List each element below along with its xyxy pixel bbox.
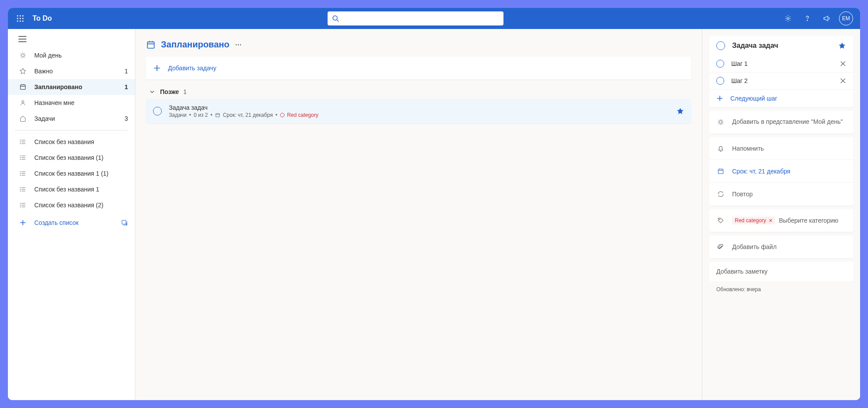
step-label: Шаг 2	[731, 77, 840, 84]
tag-icon	[716, 217, 725, 224]
sidebar-list-item[interactable]: Список без названия 1	[8, 181, 135, 197]
sidebar-list-item[interactable]: Список без названия (2)	[8, 197, 135, 213]
category-chip[interactable]: Red category ✕	[732, 217, 775, 224]
add-to-my-day-button[interactable]: Добавить в представление "Мой день"	[709, 111, 853, 134]
megaphone-icon	[823, 14, 831, 22]
repeat-label: Повтор	[732, 191, 753, 198]
sidebar-item-count: 1	[124, 83, 128, 90]
sidebar-toggle[interactable]	[8, 36, 135, 47]
svg-point-44	[20, 189, 21, 190]
pick-category-button[interactable]: Red category ✕ Выберите категорию	[709, 209, 853, 232]
sidebar-item-my-day[interactable]: Мой день	[8, 47, 135, 63]
svg-point-49	[20, 203, 21, 204]
svg-rect-66	[216, 113, 219, 117]
step-checkbox[interactable]	[716, 77, 724, 85]
my-day-label: Добавить в представление "Мой день"	[732, 118, 843, 126]
megaphone-button[interactable]	[818, 10, 835, 27]
help-icon	[803, 14, 811, 22]
list-icon	[18, 153, 27, 162]
add-file-button[interactable]: Добавить файл	[709, 235, 853, 258]
svg-rect-17	[20, 85, 25, 89]
app-launcher-button[interactable]	[11, 10, 29, 27]
step-row[interactable]: Шаг 2	[709, 72, 853, 90]
sidebar-list-item[interactable]: Список без названия	[8, 134, 135, 150]
task-title: Задача задач	[169, 104, 676, 111]
close-icon	[840, 78, 846, 84]
sidebar-item-label: Задачи	[34, 115, 124, 122]
delete-step-button[interactable]	[840, 61, 846, 67]
svg-point-11	[787, 18, 789, 20]
svg-point-8	[22, 21, 24, 22]
due-date-button[interactable]: Срок: чт, 21 декабря	[709, 160, 853, 183]
star-button[interactable]	[838, 42, 846, 50]
add-task-placeholder: Добавить задачу	[168, 65, 216, 72]
category-dot-icon	[280, 113, 284, 117]
svg-point-6	[17, 21, 18, 22]
delete-step-button[interactable]	[840, 78, 846, 84]
svg-point-5	[22, 18, 24, 19]
calendar-icon	[18, 83, 27, 91]
sidebar-item-important[interactable]: Важно 1	[8, 63, 135, 79]
list-title: Запланировано	[161, 40, 230, 50]
svg-rect-57	[147, 42, 154, 48]
sidebar-item-tasks[interactable]: Задачи 3	[8, 111, 135, 126]
task-due: Срок: чт, 21 декабря	[223, 112, 273, 118]
sidebar-item-label: Список без названия 1 (1)	[34, 170, 128, 177]
sidebar-item-label: Список без названия (2)	[34, 202, 128, 209]
star-filled-icon	[676, 107, 684, 115]
task-meta: Задачи • 0 из 2 • Срок: чт, 21 декабря •…	[169, 112, 676, 118]
create-list-button[interactable]: Создать список	[8, 213, 135, 232]
svg-point-63	[240, 44, 241, 45]
group-add-icon	[121, 219, 128, 226]
svg-point-43	[20, 188, 21, 188]
task-progress: 0 из 2	[194, 112, 208, 118]
search-box[interactable]	[328, 11, 503, 25]
chevron-down-icon	[150, 89, 155, 94]
step-row[interactable]: Шаг 1	[709, 55, 853, 72]
add-note-placeholder: Добавить заметку	[716, 268, 768, 275]
add-step-button[interactable]: Следующий шаг	[709, 90, 853, 107]
main-panel: Запланировано Добавить задачу Позже 1 За…	[135, 29, 702, 400]
step-checkbox[interactable]	[716, 60, 724, 68]
sidebar-item-assigned[interactable]: Назначен мне	[8, 95, 135, 111]
add-step-label: Следующий шаг	[730, 95, 777, 102]
group-label: Позже	[160, 88, 179, 95]
svg-point-79	[719, 219, 720, 220]
detail-task-title[interactable]: Задача задач	[732, 42, 838, 50]
group-header-later[interactable]: Позже 1	[146, 85, 691, 99]
create-list-label: Создать список	[34, 219, 79, 226]
task-category: Red category	[287, 112, 318, 118]
svg-point-1	[20, 15, 21, 17]
remind-button[interactable]: Напомнить	[709, 137, 853, 160]
star-icon	[18, 67, 27, 76]
create-group-button[interactable]	[121, 219, 128, 226]
custom-lists: Список без названия Список без названия …	[8, 134, 135, 213]
add-file-label: Добавить файл	[732, 243, 777, 250]
add-task-input[interactable]: Добавить задачу	[146, 57, 691, 79]
svg-point-21	[22, 101, 24, 103]
sidebar-list-item[interactable]: Список без названия 1 (1)	[8, 166, 135, 181]
sidebar-list-item[interactable]: Список без названия (1)	[8, 150, 135, 166]
help-button[interactable]	[799, 10, 816, 27]
star-button[interactable]	[676, 107, 684, 115]
divider	[15, 130, 128, 130]
settings-button[interactable]	[779, 10, 797, 27]
remove-category-button[interactable]: ✕	[769, 218, 773, 224]
svg-point-27	[20, 144, 21, 144]
home-icon	[18, 114, 27, 123]
add-note-input[interactable]: Добавить заметку	[709, 262, 853, 281]
search-input[interactable]	[343, 15, 499, 22]
svg-point-25	[20, 140, 21, 141]
repeat-button[interactable]: Повтор	[709, 183, 853, 206]
sidebar-item-label: Мой день	[34, 52, 128, 59]
sun-icon	[18, 51, 27, 60]
list-options-button[interactable]	[235, 41, 242, 48]
user-avatar[interactable]: EM	[839, 11, 853, 25]
complete-checkbox[interactable]	[716, 41, 725, 50]
sidebar-item-planned[interactable]: Запланировано 1	[8, 79, 135, 95]
close-icon	[840, 61, 846, 67]
complete-checkbox[interactable]	[153, 107, 162, 116]
calendar-icon	[146, 40, 156, 50]
task-row[interactable]: Задача задач Задачи • 0 из 2 • Срок: чт,…	[146, 99, 691, 123]
sidebar-item-count: 1	[124, 68, 128, 75]
